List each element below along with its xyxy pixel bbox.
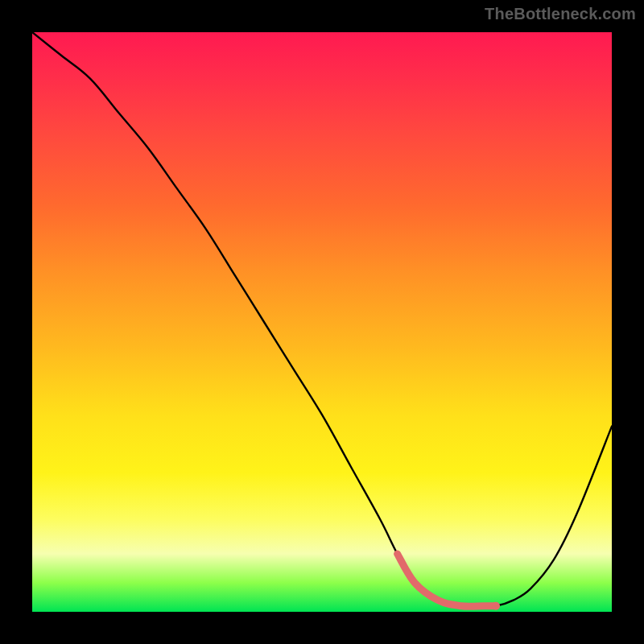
watermark-text: TheBottleneck.com bbox=[485, 5, 636, 23]
plot-area bbox=[32, 32, 612, 612]
optimal-range-end-dot bbox=[492, 602, 500, 610]
bottleneck-curve bbox=[32, 32, 612, 606]
optimal-range-highlight bbox=[398, 554, 496, 606]
chart-frame: TheBottleneck.com bbox=[0, 0, 644, 644]
curve-layer bbox=[32, 32, 612, 612]
